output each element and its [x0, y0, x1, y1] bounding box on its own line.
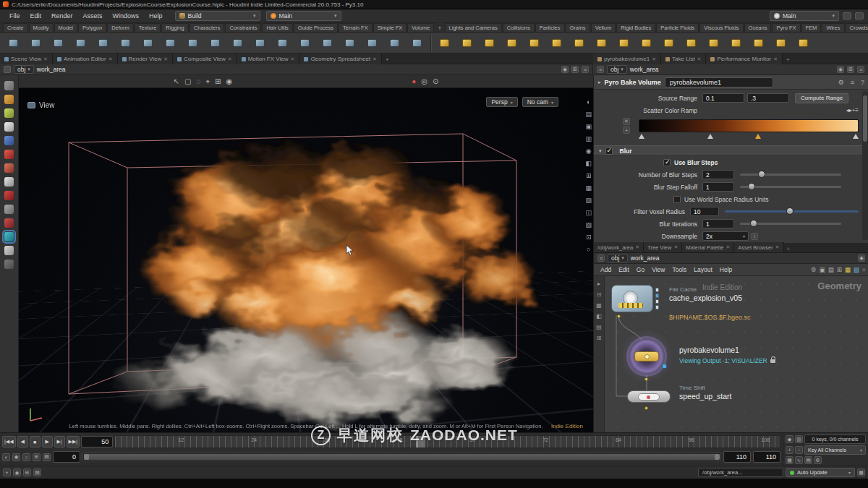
pane-tab[interactable]: Motion FX View ✕ [237, 53, 300, 64]
ramp-gradient-bar[interactable] [639, 119, 859, 132]
shelf-tab[interactable]: Deform [107, 23, 134, 32]
maximize-pane-icon[interactable]: ⊞ [571, 66, 579, 73]
blur-falloff-field[interactable]: 1 [702, 182, 734, 192]
rotate-tool-icon[interactable] [4, 136, 14, 145]
realtime-toggle-icon[interactable]: ◐ [2, 453, 10, 461]
message-log-icon[interactable]: ▤ [33, 468, 41, 476]
shelf-tool[interactable]: Sphere [25, 39, 47, 47]
network-menu-item[interactable]: Add [597, 265, 615, 274]
close-tab-icon[interactable]: ✕ [697, 56, 702, 62]
pane-tab[interactable]: Animation Editor ✕ [53, 53, 118, 64]
node-file-cache[interactable] [611, 285, 662, 315]
pane-tab[interactable]: Performance Monitor ✕ [706, 53, 783, 64]
shelf-tool[interactable]: Environment Light [590, 39, 613, 47]
node-pyro-bake-volume[interactable] [629, 338, 665, 374]
network-list-icon[interactable]: ≡ [597, 254, 605, 262]
keyframe-icon[interactable]: ◆ [786, 435, 793, 443]
shelf-tool[interactable]: Spray Paint [271, 39, 294, 47]
close-tab-icon[interactable]: ✕ [673, 244, 678, 250]
color-palette-icon[interactable]: ▦ [845, 266, 851, 273]
units-icon[interactable]: ⊞ [23, 468, 31, 476]
record-flipbook-icon[interactable]: ● [412, 77, 416, 85]
toolbox-icon[interactable] [4, 81, 14, 90]
shelf-tab[interactable]: Wires [822, 23, 844, 32]
close-tab-icon[interactable]: ✕ [726, 244, 730, 250]
list-mode-icon[interactable]: ▤ [828, 266, 834, 273]
collapse-arrow-icon[interactable]: ▸ [598, 80, 601, 85]
shelf-tool[interactable]: VR Camera [747, 39, 770, 47]
camera-lock-icon[interactable]: ⊙ [433, 77, 438, 85]
shelf-tab[interactable]: Lights and Cameras [445, 23, 502, 32]
parameter-scrollbar[interactable] [862, 91, 868, 240]
pane-list-icon[interactable]: ≡ [597, 66, 604, 73]
shelf-tool[interactable]: Sky Light [613, 39, 635, 47]
shelf-tab[interactable]: Create [3, 23, 28, 32]
help-window-icon[interactable] [855, 12, 864, 20]
shelf-tab[interactable]: Texture [135, 23, 161, 32]
play-button[interactable]: ▶ [42, 436, 53, 448]
shelf-tool[interactable]: GI Light [635, 39, 658, 47]
blur-steps-slider[interactable] [740, 174, 841, 176]
shelf-tab[interactable]: Simple FX [373, 23, 407, 32]
current-frame-field[interactable]: 50 [81, 436, 113, 448]
context-crumb[interactable]: work_area [37, 66, 66, 73]
shelf-tab[interactable]: Constraints [225, 23, 261, 32]
shelf-tool[interactable]: Grid [92, 39, 114, 47]
close-tab-icon[interactable]: ✕ [652, 56, 656, 62]
shelf-tool[interactable]: Area Light [501, 39, 523, 47]
shelf-tab[interactable]: Collisions [503, 23, 535, 32]
pin-pane-icon[interactable]: ◉ [561, 66, 569, 73]
use-blur-steps-checkbox[interactable] [663, 159, 671, 166]
menu-item[interactable]: File [4, 11, 25, 21]
close-tab-icon[interactable]: ✕ [43, 56, 48, 62]
key-set-icon[interactable]: + [786, 446, 793, 454]
snapshot-camera-icon[interactable]: ▣ [820, 266, 825, 273]
shelf-tool[interactable]: Spiral [383, 39, 406, 47]
blur-falloff-slider[interactable] [740, 186, 841, 188]
channel-scope-icon[interactable]: ▥ [795, 435, 803, 443]
blur-iterations-field[interactable]: 1 [702, 219, 734, 228]
snapshot-icon[interactable]: ○ [587, 246, 590, 253]
main-menu-selector[interactable]: Main ▾ [770, 11, 839, 21]
scoped-channels-icon[interactable]: ▦ [786, 456, 793, 464]
shelf-tab[interactable]: Rigid Bodies [616, 23, 655, 32]
range-start-field[interactable]: 0 [53, 451, 80, 463]
shelf-tab[interactable]: Hair Utils [262, 23, 292, 32]
add-pane-tab-icon[interactable]: + [783, 55, 793, 64]
viewport-canvas[interactable]: View Persp ▾ No cam ▾ ◐ ▤ ▣ ▥ [19, 88, 593, 432]
shelf-tab[interactable]: Volume [407, 23, 434, 32]
shelf-tool[interactable]: Spot Light [478, 39, 501, 47]
points-display-icon[interactable]: ▣ [585, 123, 592, 130]
prev-frame-button[interactable]: ◀ [17, 436, 28, 448]
ramp-handle[interactable] [853, 134, 859, 139]
network-menu-item[interactable]: Go [633, 265, 648, 274]
shelf-tool[interactable]: Point Light [456, 39, 478, 47]
network-root-combo[interactable]: obj ▾ [608, 254, 628, 262]
network-menu-item[interactable]: Help [716, 265, 736, 274]
keys-summary-button[interactable]: 0 keys, 0/0 channels [804, 435, 866, 444]
shelf-tool[interactable]: Draw Curve [204, 39, 226, 47]
pin-network-icon[interactable]: ◉ [858, 254, 865, 262]
pose-tool-icon[interactable] [4, 163, 14, 173]
shelf-tool[interactable]: Caustic Light [658, 39, 680, 47]
shelf-tab[interactable]: FEM [801, 23, 822, 32]
shelf-tab[interactable]: Pyro FX [772, 23, 800, 32]
network-tab[interactable]: Material Palette ✕ [682, 242, 734, 252]
node-output-connector[interactable] [644, 406, 648, 410]
group-display-icon[interactable]: ▦ [585, 184, 592, 192]
shelf-tab[interactable]: Characters [190, 23, 225, 32]
dopesheet-icon[interactable]: ▤ [804, 456, 812, 464]
misc-tool-icon[interactable] [4, 260, 14, 269]
snap-grid-icon[interactable]: ⊞ [215, 77, 221, 86]
shelf-tab[interactable]: Grains [566, 23, 590, 32]
slider-handle[interactable] [786, 207, 793, 215]
slider-handle[interactable] [758, 171, 765, 178]
display-flag[interactable] [662, 364, 667, 369]
shelf-tab[interactable]: Particles [535, 23, 565, 32]
voxel-radius-slider[interactable] [725, 210, 859, 213]
pane-tab[interactable]: Render View ✕ [118, 53, 174, 64]
menu-item[interactable]: Assets [78, 11, 108, 21]
shelf-tool[interactable]: Tube [47, 39, 69, 47]
shelf-tool[interactable]: L-System [316, 39, 339, 47]
shelf-tool[interactable]: Metaball [339, 39, 361, 47]
